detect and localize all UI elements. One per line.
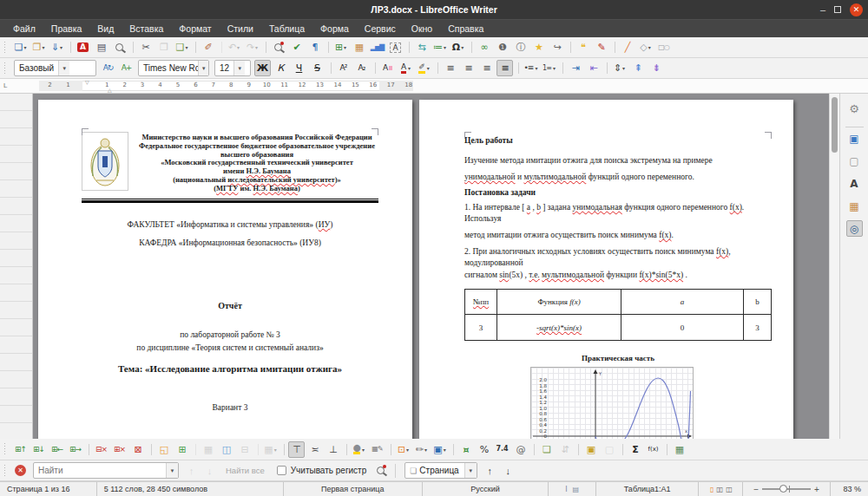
sum-icon[interactable]: Σ ▾ — [627, 441, 643, 458]
copy-icon[interactable]: ❐ ▾ — [155, 39, 172, 55]
chevron-down-icon[interactable]: ▼ — [166, 463, 178, 478]
minimize-button[interactable]: – — [820, 5, 825, 15]
menu-help[interactable]: Справка — [440, 20, 491, 38]
print-preview-icon[interactable]: ▾ — [111, 39, 128, 55]
para-space-increase-icon[interactable]: ⇞ ▾ — [629, 60, 646, 76]
autoformat-styles-icon[interactable]: ▦✎ ▾ — [369, 441, 385, 458]
menu-tools[interactable]: Сервис — [357, 20, 404, 38]
zoom-level[interactable]: 83 % — [831, 482, 868, 496]
sidebar-navigator-icon[interactable]: ◎ — [846, 220, 863, 237]
insert-field-icon[interactable]: ≔ ▾ — [431, 39, 448, 55]
insert-row-below-icon[interactable]: ⊞↓ ▾ — [30, 441, 47, 458]
menu-format[interactable]: Формат — [171, 20, 219, 38]
border-color-icon[interactable]: ▣ ▾ — [431, 441, 448, 458]
toolbar-grip[interactable] — [3, 62, 7, 75]
insert-image-icon[interactable]: ▦ ▾ — [351, 39, 367, 55]
menu-edit[interactable]: Правка — [43, 20, 89, 38]
align-right-icon[interactable]: ≡ ▾ — [478, 60, 495, 76]
paste-icon[interactable]: ❑ ▾ — [174, 39, 190, 55]
font-name-combobox[interactable]: Times New Rc ▼ — [138, 60, 209, 76]
match-case-option[interactable]: Учитывать регистр — [277, 466, 367, 475]
insert-caption-icon[interactable]: ❏ ▾ — [538, 441, 555, 458]
zoom-thumb[interactable] — [779, 485, 787, 493]
delete-row-icon[interactable]: ⊟× ▾ — [93, 441, 109, 458]
formula-icon[interactable]: f(x) ▾ — [645, 441, 661, 458]
menu-styles[interactable]: Стили — [220, 20, 261, 38]
decrease-indent-icon[interactable]: ⇤ ▾ — [585, 60, 602, 76]
insert-chart-icon[interactable]: ▂▅▇ ▾ — [369, 39, 385, 55]
find-and-replace-icon[interactable] — [372, 462, 389, 479]
chevron-down-icon[interactable]: ▼ — [198, 61, 208, 75]
menu-file[interactable]: Файл — [5, 20, 43, 38]
close-button[interactable]: ✕ — [850, 3, 863, 16]
print-icon[interactable]: ▤ ▾ — [93, 39, 109, 55]
formatting-marks-icon[interactable]: ¶ ▾ — [306, 39, 323, 55]
delete-table-icon[interactable]: ⊠ ▾ — [129, 441, 146, 458]
update-style-icon[interactable]: A↻ ▾ — [100, 60, 116, 76]
insert-hyperlink-icon[interactable]: ∞ ▾ — [476, 39, 492, 55]
page-2[interactable]: Цель работы Изучение метода имитации отж… — [419, 100, 793, 439]
single-page-view-icon[interactable]: ▯ — [710, 486, 713, 493]
split-table-icon[interactable]: ◫ ▾ — [218, 441, 234, 458]
insert-comment-icon[interactable]: ❝ ▾ — [575, 39, 591, 55]
save-icon[interactable]: ⇓ ▾ — [49, 39, 65, 55]
find-next-button[interactable]: ↓ — [201, 462, 218, 479]
sort-icon[interactable]: ⇵ ▾ — [556, 441, 573, 458]
page-1[interactable]: Министерство науки и высшего образования… — [38, 100, 412, 439]
first-line-indent-marker[interactable]: ▽ — [85, 79, 89, 85]
select-icon[interactable]: ⊟ ▾ — [236, 441, 253, 458]
vertical-ruler[interactable] — [0, 94, 33, 439]
language-status[interactable]: Русский — [423, 482, 549, 496]
close-find-bar-button[interactable]: ✕ — [12, 462, 29, 479]
insert-column-left-icon[interactable]: ⊞← ▾ — [49, 441, 65, 458]
track-changes-icon[interactable]: ✎ ▾ — [593, 39, 609, 55]
insert-mode-icon[interactable]: I — [565, 486, 567, 493]
menu-window[interactable]: Окно — [404, 20, 440, 38]
optimize-size-icon[interactable]: ▦ ▾ — [262, 441, 279, 458]
percent-format-icon[interactable]: % ▾ — [476, 441, 492, 458]
superscript-icon[interactable]: A² ▾ — [335, 60, 352, 76]
symbol-shapes-icon[interactable]: □○ ▾ — [655, 39, 672, 55]
export-pdf-icon[interactable]: A ▾ — [75, 39, 91, 55]
chevron-down-icon[interactable]: ▼ — [464, 463, 477, 478]
document-modified-icon[interactable]: ▤ — [573, 486, 580, 493]
match-case-checkbox[interactable] — [277, 466, 286, 475]
clone-formatting-icon[interactable]: ✐ ▾ — [200, 39, 216, 55]
merge-table-icon[interactable]: ▦ ▾ — [200, 441, 216, 458]
paragraph-style-combobox[interactable]: Базовый ▼ — [14, 60, 96, 76]
insert-table-icon[interactable]: ⊞ ▾ — [332, 39, 349, 55]
navigate-by-combobox[interactable]: ❏ Страница ▼ — [404, 462, 477, 479]
subscript-icon[interactable]: A₂ ▾ — [353, 60, 370, 76]
insert-row-above-icon[interactable]: ⊞↑ ▾ — [12, 441, 29, 458]
multi-page-view-icon[interactable]: ▯▯ — [716, 486, 722, 493]
basic-shapes-icon[interactable]: ◇ ▾ — [637, 39, 654, 55]
maximize-button[interactable] — [834, 6, 841, 13]
insert-column-right-icon[interactable]: ⊞→ ▾ — [67, 441, 83, 458]
zoom-in-icon[interactable]: + — [814, 485, 819, 494]
line-spacing-icon[interactable]: ⇕ ▾ — [611, 60, 628, 76]
italic-icon[interactable]: К ▾ — [273, 60, 289, 76]
bold-icon[interactable]: Ж ▾ — [254, 60, 271, 76]
menu-form[interactable]: Форма — [312, 20, 357, 38]
search-combobox[interactable]: ▼ — [33, 462, 179, 479]
page-number-status[interactable]: Страница 1 из 16 — [0, 482, 97, 496]
spelling-icon[interactable]: ✔ ▾ — [288, 39, 305, 55]
zoom-track[interactable] — [762, 488, 811, 490]
cross-reference-icon[interactable]: ↪ ▾ — [549, 39, 565, 55]
increase-indent-icon[interactable]: ⇥ ▾ — [567, 60, 583, 76]
cut-icon[interactable]: ✂ ▾ — [137, 39, 154, 55]
align-left-icon[interactable]: ≡ ▾ — [442, 60, 458, 76]
menu-insert[interactable]: Вставка — [122, 20, 171, 38]
center-vertically-icon[interactable]: ≍ ▾ — [306, 441, 323, 458]
font-color-icon[interactable]: A ▾ — [398, 60, 414, 76]
sidebar-gallery-icon[interactable]: ▦ — [846, 198, 863, 214]
new-style-icon[interactable]: A+ ▾ — [118, 60, 135, 76]
split-cells-icon[interactable]: ⊞ ▾ — [174, 441, 190, 458]
border-style-icon[interactable]: ✏ ▾ — [413, 441, 430, 458]
sidebar-settings-icon[interactable]: ⚙ — [846, 101, 863, 117]
toolbar-grip[interactable] — [3, 442, 7, 456]
cell-background-color-icon[interactable]: ⬤ ▾ — [351, 441, 367, 458]
zoom-out-icon[interactable]: − — [753, 485, 759, 494]
text-format-icon[interactable]: @ ▾ — [512, 441, 529, 458]
strikethrough-icon[interactable]: S ▾ — [309, 60, 326, 76]
